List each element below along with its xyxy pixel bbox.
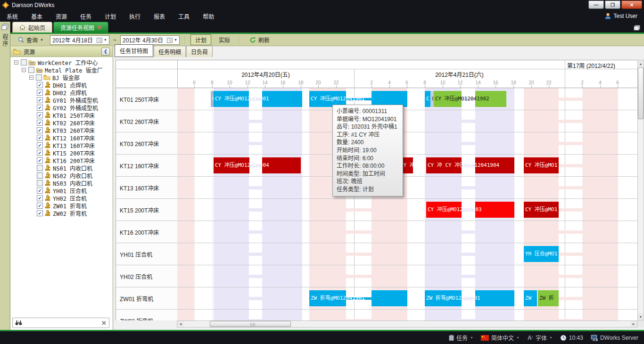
tree-item-BJ[interactable]: −BJ 钣金部 bbox=[10, 74, 113, 81]
gantt-task-bar[interactable]: YH 压合@MO1 bbox=[524, 246, 559, 262]
gantt-task-bar[interactable]: ZW 折弯@MO12041901 bbox=[425, 290, 514, 306]
tree-item-ZW01[interactable]: ✔ZW01 折弯机 bbox=[10, 202, 113, 209]
chevron-down-icon[interactable]: ▼ bbox=[470, 336, 473, 339]
menu-item-系统[interactable]: 系统 bbox=[0, 10, 25, 22]
gantt-task-bar[interactable]: CY 冲压@MO1 bbox=[524, 157, 559, 173]
tree-expander-icon[interactable]: − bbox=[29, 75, 33, 80]
menu-item-工具[interactable]: 工具 bbox=[172, 10, 196, 22]
gantt-task-bar[interactable]: ZW 折 bbox=[538, 290, 559, 306]
tree-checkbox[interactable]: ✔ bbox=[37, 203, 43, 209]
gantt-task-bar[interactable]: C bbox=[430, 91, 434, 107]
vertical-scroll-thumb[interactable] bbox=[638, 67, 644, 119]
menu-item-执行[interactable]: 执行 bbox=[123, 10, 147, 22]
date-to-field[interactable]: 2012年 4月30日 ▼ bbox=[120, 35, 180, 45]
tree-item-NS01[interactable]: NS01 内收口机 bbox=[10, 164, 113, 172]
restore-button[interactable]: ❐ bbox=[605, 0, 620, 9]
gantt-task-bar[interactable]: CY 冲压@MO1 bbox=[524, 202, 559, 218]
tree-item-YH02[interactable]: ✔YH02 压合机 bbox=[10, 194, 113, 202]
tree-item-KT01[interactable]: ✔KT01 250T冲床 bbox=[10, 111, 113, 119]
gantt-task-bar[interactable]: CY 冲压@MO12041904 bbox=[214, 157, 301, 173]
tree-checkbox[interactable]: ✔ bbox=[37, 150, 43, 156]
horizontal-scrollbar[interactable]: ◄ ► bbox=[177, 320, 637, 328]
scroll-left-arrow[interactable]: ◄ bbox=[177, 321, 184, 327]
program-side-strip[interactable]: 程序 bbox=[0, 22, 10, 330]
tree-item-Metal[interactable]: −Metal Plate 钣金厂 bbox=[10, 66, 113, 74]
tree-expander-icon[interactable]: − bbox=[22, 68, 26, 72]
tree-checkbox[interactable]: ✔ bbox=[37, 142, 43, 148]
actual-toggle[interactable]: 实际 bbox=[214, 34, 235, 45]
refresh-button[interactable]: 刷新 bbox=[246, 34, 273, 45]
windows-list-icon[interactable] bbox=[634, 25, 640, 31]
tree-checkbox[interactable] bbox=[21, 59, 27, 66]
tree-checkbox[interactable] bbox=[28, 67, 34, 73]
menu-item-任务[interactable]: 任务 bbox=[74, 10, 98, 22]
tree-item-KT12[interactable]: ✔KT12 160T冲床 bbox=[10, 134, 113, 141]
tree-checkbox[interactable] bbox=[37, 165, 43, 171]
tree-item-KT16[interactable]: ✔KT16 200T冲床 bbox=[10, 156, 113, 164]
tree-item-GY02[interactable]: ✔GY02 外桶成型机 bbox=[10, 104, 113, 111]
tree-item-KT15[interactable]: ✔KT15 200T冲床 bbox=[10, 149, 113, 156]
tree-checkbox[interactable]: ✔ bbox=[37, 97, 43, 103]
tree-checkbox[interactable]: ✔ bbox=[37, 112, 43, 118]
collapse-panel-button[interactable]: ❮ bbox=[101, 48, 110, 56]
tree-item-NS02[interactable]: NS02 内收口机 bbox=[10, 172, 113, 179]
vertical-scrollbar[interactable]: ▲ ▼ bbox=[637, 60, 644, 320]
chevron-down-icon[interactable]: ▼ bbox=[516, 336, 520, 339]
tree-checkbox[interactable]: ✔ bbox=[37, 135, 43, 141]
gantt-task-bar[interactable]: CY 冲压@MO12041903 bbox=[426, 202, 514, 218]
tree-item-WorkCenter[interactable]: −WorkCenter 工作中心 bbox=[10, 58, 113, 66]
tree-item-GY01[interactable]: ✔GY01 外桶成型机 bbox=[10, 96, 113, 104]
tree-checkbox[interactable] bbox=[37, 172, 43, 179]
plan-toggle[interactable]: 计划 bbox=[190, 34, 211, 45]
minimize-button[interactable]: — bbox=[588, 0, 604, 9]
tree-item-DH01[interactable]: ✔DH01 点焊机 bbox=[10, 81, 113, 89]
gantt-task-bar[interactable]: CY 冲压@MO12041902 bbox=[434, 91, 506, 107]
menu-item-资源[interactable]: 资源 bbox=[49, 10, 74, 22]
gantt-task-bar[interactable]: ZW bbox=[524, 290, 537, 306]
chevron-down-icon[interactable]: ▼ bbox=[549, 336, 553, 339]
tree-item-DH02[interactable]: ✔DH02 点焊机 bbox=[10, 89, 113, 96]
tree-item-KT13[interactable]: ✔KT13 160T冲床 bbox=[10, 141, 113, 149]
close-tab-icon[interactable]: ✕ bbox=[97, 25, 101, 31]
tree-checkbox[interactable]: ✔ bbox=[37, 82, 43, 88]
gantt-task-bar[interactable]: C bbox=[425, 91, 430, 107]
tree-checkbox[interactable]: ✔ bbox=[37, 188, 43, 194]
gantt-task-bar[interactable]: CY 冲 CY 冲压@MO12041904 bbox=[426, 157, 514, 173]
tree-checkbox[interactable] bbox=[36, 74, 42, 81]
tree-filter-bar[interactable]: ✕ bbox=[12, 318, 109, 328]
tree-checkbox[interactable]: ✔ bbox=[37, 195, 43, 201]
view-tab-任务明细[interactable]: 任务明细 bbox=[154, 46, 186, 57]
view-tab-任务甘特图[interactable]: 任务甘特图 bbox=[115, 44, 153, 57]
tree-checkbox[interactable] bbox=[37, 180, 43, 186]
tree-checkbox[interactable]: ✔ bbox=[37, 127, 43, 133]
status-字体[interactable]: A字体▼ bbox=[527, 334, 553, 342]
tree-item-KT02[interactable]: ✔KT02 260T冲床 bbox=[10, 119, 113, 126]
gantt-task-bar[interactable]: ZW 折弯@MO12041901 bbox=[309, 290, 407, 306]
close-button[interactable]: ✕ bbox=[621, 0, 642, 9]
tree-checkbox[interactable]: ✔ bbox=[37, 210, 43, 216]
tab-资源任务视图[interactable]: 资源任务视图✕ bbox=[53, 22, 108, 33]
close-filter-icon[interactable]: ✕ bbox=[101, 319, 107, 327]
scroll-up-arrow[interactable]: ▲ bbox=[638, 60, 644, 67]
status-简体中文[interactable]: 简体中文▼ bbox=[481, 334, 520, 342]
horizontal-scroll-thumb[interactable] bbox=[210, 321, 291, 327]
tab-起始页[interactable]: 起始页 bbox=[12, 22, 52, 33]
tree-checkbox[interactable]: ✔ bbox=[37, 157, 43, 164]
view-tab-日负荷[interactable]: 日负荷 bbox=[186, 46, 213, 57]
menu-item-帮助[interactable]: 帮助 bbox=[196, 10, 221, 22]
tree-checkbox[interactable]: ✔ bbox=[37, 90, 43, 96]
gantt-task-bar[interactable]: CY 冲压@MO12041901 bbox=[214, 91, 302, 107]
tree-item-KT03[interactable]: ✔KT03 260T冲床 bbox=[10, 126, 113, 134]
tree-item-ZW02[interactable]: ✔ZW02 折弯机 bbox=[10, 209, 113, 217]
tree-checkbox[interactable]: ✔ bbox=[37, 105, 43, 111]
tree-expander-icon[interactable]: − bbox=[14, 60, 18, 65]
scroll-down-arrow[interactable]: ▼ bbox=[638, 313, 644, 320]
menu-item-计划[interactable]: 计划 bbox=[98, 10, 123, 22]
tree-checkbox[interactable]: ✔ bbox=[37, 120, 43, 126]
date-from-field[interactable]: 2012年 4月18日 ▼ bbox=[50, 35, 109, 45]
tree-item-NS03[interactable]: NS03 内收口机 bbox=[10, 179, 113, 187]
tree-item-YH01[interactable]: ✔YH01 压合机 bbox=[10, 187, 113, 194]
status-任务[interactable]: 任务▼ bbox=[449, 334, 473, 342]
scroll-right-arrow[interactable]: ► bbox=[630, 321, 637, 327]
menu-item-基本[interactable]: 基本 bbox=[25, 10, 49, 22]
